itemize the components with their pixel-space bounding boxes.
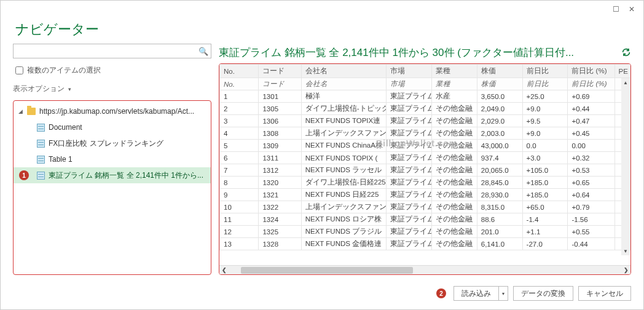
table-row[interactable]: 91321NEXT FUNDS 日経225東証プライムその他金融28,930.0…	[220, 189, 630, 201]
column-header[interactable]: 業種	[431, 65, 477, 78]
cancel-button[interactable]: キャンセル	[578, 286, 631, 301]
transform-button[interactable]: データの変換	[513, 286, 573, 301]
table-cell: +0.32	[568, 152, 615, 164]
navigator-dialog: ☐ ✕ ナビゲーター 🔍 複数のアイテムの選択 表示オプション ▾ ◢ h	[0, 0, 644, 310]
table-cell: +0.47	[568, 115, 615, 127]
table-row[interactable]: 31306NEXT FUNDS TOPIX連東証プライムその他金融2,029.0…	[220, 115, 630, 127]
table-cell: 極洋	[301, 90, 386, 103]
column-header[interactable]: 前日比 (%)	[568, 65, 615, 78]
table-row[interactable]: 101322上場インデックスファンド中国東証プライムその他金融8,315.0+6…	[220, 201, 630, 213]
table-row[interactable]: 61311NEXT FUNDS TOPIX (東証プライムその他金融937.4+…	[220, 152, 630, 164]
vertical-scrollbar[interactable]: ▲ ▼	[621, 78, 630, 255]
load-button[interactable]: 読み込み	[454, 286, 498, 301]
scroll-left-icon[interactable]: ❮	[219, 266, 229, 275]
chevron-down-icon: ▾	[68, 86, 71, 92]
table-cell: +0.45	[568, 127, 615, 140]
table-cell: 東証プライム	[387, 152, 432, 164]
table-row[interactable]: 51309NEXT FUNDS ChinaA株東証プライムその他金融43,000…	[220, 140, 630, 152]
collapse-icon[interactable]: ◢	[18, 108, 25, 114]
table-cell: NEXT FUNDS ロシア株	[301, 213, 386, 226]
table-row[interactable]: 71312NEXT FUNDS ラッセル東証プライムその他金融20,065.0+…	[220, 164, 630, 177]
column-header[interactable]: コード	[259, 65, 301, 78]
table-cell: -1.4	[522, 213, 568, 226]
table-row[interactable]: 41308上場インデックスファンドTO東証プライムその他金融2,003.0+9.…	[220, 127, 630, 140]
tree-item-label: 東証プライム 銘柄一覧 全 2,141件中 1件から...	[49, 170, 203, 181]
table-cell: 上場インデックスファンドTO	[301, 127, 386, 140]
column-header[interactable]: No.	[220, 65, 259, 78]
table-row[interactable]: 131328NEXT FUNDS 金価格連東証プライムその他金融6,141.0-…	[220, 238, 630, 250]
table-cell: 28,930.0	[477, 189, 522, 201]
display-options-dropdown[interactable]: 表示オプション ▾	[13, 84, 211, 94]
table-cell: +0.44	[568, 103, 615, 115]
table-icon	[37, 140, 45, 148]
table-cell: +0.65	[568, 177, 615, 189]
table-cell: ダイワ上場投信-トピックス	[301, 103, 386, 115]
table-cell: +9.0	[522, 103, 568, 115]
footer: 2 読み込み ▾ データの変換 キャンセル	[1, 280, 643, 309]
table-row[interactable]: 21305ダイワ上場投信-トピックス東証プライムその他金融2,049.0+9.0…	[220, 103, 630, 115]
load-dropdown-button[interactable]: ▾	[498, 286, 508, 301]
table-cell: +185.0	[522, 189, 568, 201]
dialog-title: ナビゲーター	[1, 18, 643, 44]
table-cell: +105.0	[522, 164, 568, 177]
table-cell: その他金融	[431, 152, 477, 164]
table-cell: 会社名	[301, 78, 386, 90]
table-cell: 東証プライム	[387, 164, 432, 177]
tree-item-label: FX口座比較 スプレッドランキング	[49, 138, 163, 149]
content-area: 🔍 複数のアイテムの選択 表示オプション ▾ ◢ https://jp.kabu…	[1, 44, 643, 280]
table-cell: ダイワ上場投信-日経225	[301, 177, 386, 189]
table-cell: 6	[220, 152, 259, 164]
table-cell: 東証プライム	[387, 127, 432, 140]
tree-item[interactable]: Document	[14, 119, 211, 135]
table-cell: 市場	[387, 78, 432, 90]
table-cell: 2,003.0	[477, 127, 522, 140]
table-cell: 7	[220, 164, 259, 177]
horizontal-scrollbar[interactable]: ❮ ❯	[219, 265, 630, 274]
column-header[interactable]: 前日比	[522, 65, 568, 78]
scroll-down-icon[interactable]: ▼	[621, 247, 630, 255]
column-header[interactable]: 会社名	[301, 65, 386, 78]
search-input[interactable]	[14, 45, 196, 57]
table-cell: 東証プライム	[387, 177, 432, 189]
table-cell: 2,029.0	[477, 115, 522, 127]
tree-item[interactable]: FX口座比較 スプレッドランキング	[14, 135, 211, 151]
table-cell: コード	[259, 78, 301, 90]
table-cell: その他金融	[431, 213, 477, 226]
data-grid[interactable]: No.コード会社名市場業種株価前日比前日比 (%)PE No.コード会社名市場業…	[219, 64, 630, 265]
search-icon[interactable]: 🔍	[196, 47, 211, 56]
table-icon	[37, 156, 45, 164]
scroll-up-icon[interactable]: ▲	[621, 78, 630, 87]
scroll-right-icon[interactable]: ❯	[621, 266, 630, 275]
table-cell: 1309	[259, 140, 301, 152]
table-cell: 5	[220, 140, 259, 152]
data-table: No.コード会社名市場業種株価前日比前日比 (%)PE No.コード会社名市場業…	[219, 64, 630, 250]
table-cell: +9.5	[522, 115, 568, 127]
table-row[interactable]: 11301極洋東証プライム水産3,650.0+25.0+0.69	[220, 90, 630, 103]
preview-panel: 東証プライム 銘柄一覧 全 2,141件中 1件から 30件 (ファクター値計算…	[219, 44, 631, 275]
column-header[interactable]: 株価	[477, 65, 522, 78]
table-header-row: No.コード会社名市場業種株価前日比前日比 (%)PE	[220, 65, 630, 78]
column-header[interactable]: 市場	[387, 65, 432, 78]
table-row[interactable]: 81320ダイワ上場投信-日経225東証プライムその他金融28,845.0+18…	[220, 177, 630, 189]
table-cell: 937.4	[477, 152, 522, 164]
refresh-icon[interactable]	[621, 47, 631, 57]
multi-select-checkbox[interactable]: 複数のアイテムの選択	[13, 65, 211, 76]
preview-header: 東証プライム 銘柄一覧 全 2,141件中 1件から 30件 (ファクター値計算…	[219, 44, 631, 61]
display-options-label: 表示オプション	[13, 84, 65, 94]
tree-item[interactable]: 1東証プライム 銘柄一覧 全 2,141件中 1件から...	[14, 167, 211, 183]
preview-title: 東証プライム 銘柄一覧 全 2,141件中 1件から 30件 (ファクター値計算…	[219, 46, 615, 60]
table-cell: -0.44	[568, 238, 615, 250]
table-cell: 88.6	[477, 213, 522, 226]
table-row[interactable]: 111324NEXT FUNDS ロシア株東証プライムその他金融88.6-1.4…	[220, 213, 630, 226]
maximize-button[interactable]: ☐	[609, 4, 622, 15]
scroll-thumb[interactable]	[241, 267, 413, 274]
table-cell: +0.53	[568, 164, 615, 177]
multi-select-input[interactable]	[15, 66, 23, 74]
table-cell: 6,141.0	[477, 238, 522, 250]
tree-item[interactable]: Table 1	[14, 151, 211, 167]
close-button[interactable]: ✕	[625, 4, 638, 15]
table-row[interactable]: 121325NEXT FUNDS ブラジル東証プライムその他金融201.0+1.…	[220, 226, 630, 238]
table-cell: No.	[220, 78, 259, 90]
tree-root-node[interactable]: ◢ https://jp.kabumap.com/servlets/kabuma…	[14, 103, 211, 119]
column-header[interactable]: PE	[615, 65, 630, 78]
